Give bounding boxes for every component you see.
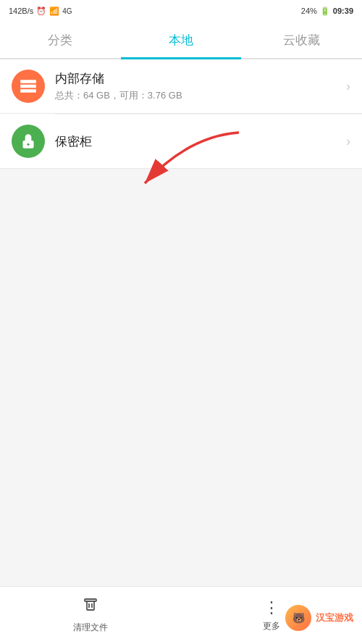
clean-files-button[interactable]: 清理文件 bbox=[0, 597, 181, 634]
alarm-icon: ⏰ bbox=[36, 7, 46, 16]
safe-item[interactable]: 保密柜 › bbox=[0, 114, 362, 169]
safe-item-text: 保密柜 bbox=[55, 133, 346, 150]
tab-category[interactable]: 分类 bbox=[0, 22, 121, 58]
clean-label: 清理文件 bbox=[73, 622, 108, 634]
safe-title: 保密柜 bbox=[55, 133, 346, 150]
watermark: 🐻 汉宝游戏 bbox=[285, 605, 353, 631]
watermark-icon: 🐻 bbox=[285, 605, 311, 631]
tab-cloud[interactable]: 云收藏 bbox=[241, 22, 362, 58]
more-label: 更多 bbox=[263, 620, 280, 632]
status-right: 24% 🔋 09:39 bbox=[301, 7, 353, 16]
status-bar: 142B/s ⏰ 📶 4G 24% 🔋 09:39 bbox=[0, 0, 362, 22]
storage-title: 内部存储 bbox=[55, 70, 346, 87]
watermark-text: 汉宝游戏 bbox=[316, 611, 353, 624]
battery-percent: 24% bbox=[301, 7, 317, 15]
battery-icon: 🔋 bbox=[320, 7, 330, 16]
storage-item-text: 内部存储 总共：64 GB，可用：3.76 GB bbox=[55, 70, 346, 102]
lock-icon-wrap bbox=[12, 125, 45, 158]
svg-rect-4 bbox=[87, 601, 94, 610]
svg-point-1 bbox=[27, 143, 29, 146]
storage-chevron: › bbox=[346, 79, 350, 94]
network-speed: 142B/s bbox=[9, 7, 33, 15]
clean-icon bbox=[82, 597, 99, 619]
lock-icon bbox=[19, 132, 38, 151]
safe-chevron: › bbox=[346, 134, 350, 149]
tab-local[interactable]: 本地 bbox=[121, 22, 242, 58]
status-left: 142B/s ⏰ 📶 4G bbox=[9, 7, 72, 16]
tab-bar: 分类 本地 云收藏 bbox=[0, 22, 362, 59]
items-section: 内部存储 总共：64 GB，可用：3.76 GB › 保密柜 › bbox=[0, 59, 362, 169]
bottom-bar: 清理文件 ⋮ 更多 🐻 汉宝游戏 bbox=[0, 586, 362, 644]
clock: 09:39 bbox=[333, 7, 353, 15]
internal-storage-item[interactable]: 内部存储 总共：64 GB，可用：3.76 GB › bbox=[0, 59, 362, 114]
storage-icon bbox=[19, 77, 38, 96]
main-area: 内部存储 总共：64 GB，可用：3.76 GB › 保密柜 › bbox=[0, 59, 362, 586]
storage-subtitle: 总共：64 GB，可用：3.76 GB bbox=[55, 89, 346, 102]
wifi-icon: 📶 bbox=[49, 7, 59, 16]
storage-icon-wrap bbox=[12, 70, 45, 103]
signal-icon: 4G bbox=[62, 7, 72, 15]
more-icon: ⋮ bbox=[264, 598, 279, 617]
